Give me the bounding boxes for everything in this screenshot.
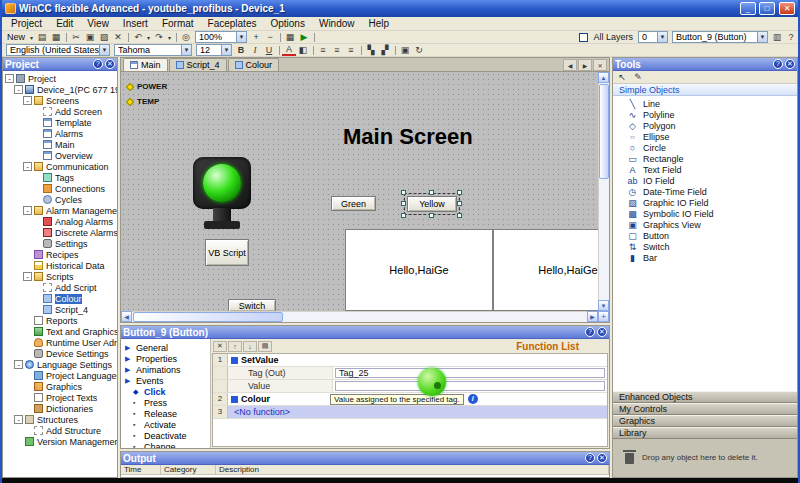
- tree-expander[interactable]: [23, 338, 32, 347]
- select-cursor-icon[interactable]: ↖: [615, 71, 629, 83]
- help-icon[interactable]: ?: [93, 59, 103, 69]
- tree-item-add-script[interactable]: Add Script: [3, 282, 117, 293]
- menu-window[interactable]: Window: [312, 18, 362, 29]
- tree-expander[interactable]: -: [5, 74, 14, 83]
- tree-expander[interactable]: [14, 437, 23, 446]
- close-icon[interactable]: ✕: [597, 327, 607, 337]
- tree-item-language-settings[interactable]: - Language Settings: [3, 359, 117, 370]
- zoom-in-icon[interactable]: +: [249, 31, 263, 43]
- tool-graphic-io-field[interactable]: ▧ Graphic IO Field: [613, 197, 797, 208]
- tree-expander[interactable]: [32, 294, 41, 303]
- props-nav-animations[interactable]: ▶ Animations: [121, 364, 210, 375]
- function-delete-icon[interactable]: ✕: [213, 341, 227, 352]
- tree-item-add-structure[interactable]: Add Structure: [3, 425, 117, 436]
- tab-colour[interactable]: Colour: [228, 58, 280, 71]
- align-right-button[interactable]: ≡: [344, 44, 358, 56]
- language-select[interactable]: English (United States)▼: [6, 44, 110, 56]
- align-center-button[interactable]: ≡: [330, 44, 344, 56]
- tree-item-template[interactable]: Template: [3, 117, 117, 128]
- traffic-light-graphic[interactable]: [193, 157, 251, 209]
- simple-objects-header[interactable]: Simple Objects: [613, 84, 797, 96]
- menu-options[interactable]: Options: [263, 18, 311, 29]
- tree-item-connections[interactable]: Connections: [3, 183, 117, 194]
- parameter-value-field[interactable]: Tag_25: [335, 368, 605, 378]
- cut-icon[interactable]: ✂: [69, 31, 83, 43]
- green-screen-button[interactable]: Green: [331, 196, 376, 211]
- tree-expander[interactable]: [32, 283, 41, 292]
- send-to-back-icon[interactable]: ▞: [378, 44, 392, 56]
- parameter-row[interactable]: Tag (Out) Tag_25: [213, 367, 607, 380]
- close-icon[interactable]: ✕: [785, 59, 795, 69]
- tree-expander[interactable]: [23, 349, 32, 358]
- section-library[interactable]: Library: [613, 427, 797, 439]
- tree-expander[interactable]: -: [23, 162, 32, 171]
- parameter-row[interactable]: Value: [213, 380, 607, 393]
- function-row[interactable]: 2 Colour Value assigned to the specified…: [213, 393, 607, 406]
- copy-icon[interactable]: ▣: [83, 31, 97, 43]
- tree-expander[interactable]: -: [14, 415, 23, 424]
- tree-item-alarms-screen[interactable]: Alarms: [3, 128, 117, 139]
- open-project-icon[interactable]: ▤: [35, 31, 49, 43]
- props-nav-properties[interactable]: ▶ Properties: [121, 353, 210, 364]
- tree-expander[interactable]: [23, 371, 32, 380]
- start-runtime-icon[interactable]: ▶: [297, 31, 311, 43]
- column-category[interactable]: Category: [161, 465, 216, 474]
- tree-expander[interactable]: -: [23, 206, 32, 215]
- tree-expander[interactable]: [23, 426, 32, 435]
- font-color-button[interactable]: A: [282, 45, 296, 56]
- tree-expander[interactable]: [32, 129, 41, 138]
- maximize-button[interactable]: □: [759, 2, 775, 15]
- align-left-button[interactable]: ≡: [316, 44, 330, 56]
- tool-date-time-field[interactable]: ◷ Date-Time Field: [613, 186, 797, 197]
- tree-item-analog-alarms[interactable]: Analog Alarms: [3, 216, 117, 227]
- column-description[interactable]: Description: [216, 465, 609, 474]
- tree-item-add-screen[interactable]: Add Screen: [3, 106, 117, 117]
- function-move-down-icon[interactable]: ↓: [243, 341, 257, 352]
- scroll-up-icon[interactable]: ▲: [598, 72, 609, 83]
- delete-drop-area[interactable]: Drop any object here to delete it.: [613, 439, 797, 477]
- redo-icon[interactable]: ↷: [152, 31, 166, 43]
- font-size-select[interactable]: 12▼: [196, 44, 232, 56]
- tree-item-runtime-user-admin[interactable]: Runtime User Administration: [3, 337, 117, 348]
- tab-main[interactable]: Main: [123, 58, 168, 71]
- context-help-icon[interactable]: ?: [784, 31, 798, 43]
- tree-item-graphics[interactable]: Graphics: [3, 381, 117, 392]
- horizontal-scroll-thumb[interactable]: [133, 312, 283, 322]
- tab-script-4[interactable]: Script_4: [169, 58, 227, 71]
- horizontal-scrollbar[interactable]: ◀ ▶: [121, 311, 598, 322]
- tree-expander[interactable]: -: [23, 96, 32, 105]
- find-icon[interactable]: ◎: [179, 31, 193, 43]
- props-nav-click[interactable]: ◆ Click: [121, 386, 210, 397]
- tree-item-version-management[interactable]: Version Management: [3, 436, 117, 447]
- column-time[interactable]: Time: [121, 465, 161, 474]
- no-function-row[interactable]: 3 <No function>: [213, 406, 607, 419]
- fill-color-button[interactable]: ◧: [296, 44, 310, 56]
- function-move-up-icon[interactable]: ↑: [228, 341, 242, 352]
- menu-faceplates[interactable]: Faceplates: [201, 18, 264, 29]
- selection-handle[interactable]: [457, 190, 462, 195]
- tree-expander[interactable]: [32, 239, 41, 248]
- tree-expander[interactable]: [23, 250, 32, 259]
- group-icon[interactable]: ▣: [398, 44, 412, 56]
- hello-panel-1[interactable]: Hello,HaiGe: [345, 229, 493, 311]
- menu-view[interactable]: View: [80, 18, 116, 29]
- tree-item-cycles[interactable]: Cycles: [3, 194, 117, 205]
- menu-help[interactable]: Help: [362, 18, 397, 29]
- tree-item-historical-data[interactable]: Historical Data: [3, 260, 117, 271]
- pan-button[interactable]: +: [598, 311, 609, 322]
- power-indicator[interactable]: POWER: [127, 82, 167, 91]
- tool-circle[interactable]: ○ Circle: [613, 142, 797, 153]
- tree-expander[interactable]: [32, 118, 41, 127]
- tree-expander[interactable]: [32, 151, 41, 160]
- tool-switch[interactable]: ⇅ Switch: [613, 241, 797, 252]
- all-layers-checkbox[interactable]: [579, 33, 588, 42]
- save-icon[interactable]: ▦: [49, 31, 63, 43]
- menu-insert[interactable]: Insert: [116, 18, 155, 29]
- menu-project[interactable]: Project: [4, 18, 49, 29]
- delete-icon[interactable]: ✕: [111, 31, 125, 43]
- tree-item-structures[interactable]: - Structures: [3, 414, 117, 425]
- tool-graphics-view[interactable]: ▣ Graphics View: [613, 219, 797, 230]
- vb-script-button[interactable]: VB Script: [205, 239, 249, 266]
- tree-item-script-4[interactable]: Script_4: [3, 304, 117, 315]
- menu-edit[interactable]: Edit: [49, 18, 80, 29]
